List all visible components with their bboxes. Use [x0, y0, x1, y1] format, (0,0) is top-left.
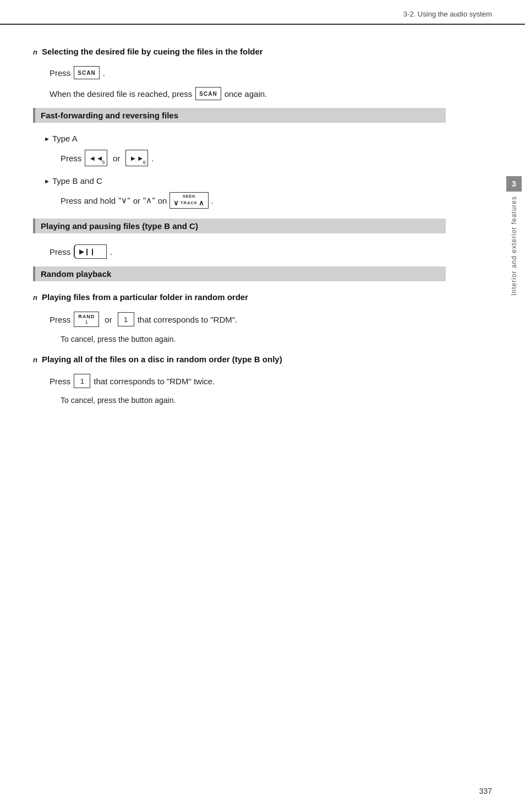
press-text-2: When the desired file is reached, press: [50, 89, 192, 99]
section4-sub2-bullet: n: [33, 356, 37, 364]
seek-track-label: TRACK: [181, 200, 198, 205]
play-icon: ▶❙❙: [79, 248, 95, 255]
scan-button-2[interactable]: SCAN: [195, 87, 221, 100]
section3-press-text: Press: [50, 247, 70, 257]
type-bc-content: Press and hold "∨" or "∧" on SEEK ∨ TRAC…: [61, 192, 446, 209]
section4-sub1-heading: n Playing files from a particular folder…: [33, 292, 446, 302]
seek-down-arrow: ∨: [173, 199, 179, 207]
num1-button-sub2[interactable]: 1: [74, 374, 90, 388]
period-1: .: [103, 68, 105, 78]
section4-sub2-cancel: To cancel, press the button again.: [61, 396, 446, 405]
section1-press2: When the desired file is reached, press …: [50, 87, 446, 100]
scan-button-1[interactable]: SCAN: [74, 66, 99, 79]
main-content: n Selecting the desired file by cueing t…: [0, 25, 479, 438]
quote2: "∧": [143, 195, 155, 205]
rand-button[interactable]: RAND 1: [74, 312, 99, 327]
section3-press: Press ▶❙❙ .: [50, 244, 446, 259]
rewind-arrow: ◄◄: [89, 154, 103, 162]
section1-press1: Press SCAN .: [50, 66, 446, 79]
sub2-suffix: that corresponds to "RDM" twice.: [94, 377, 215, 386]
seek-top-label: SEEK: [183, 194, 196, 199]
seek-track-button[interactable]: SEEK ∨ TRACK ∧: [169, 192, 208, 209]
period-type-a: .: [151, 154, 154, 163]
type-a-press-text: Press: [61, 154, 81, 163]
forward-button[interactable]: ►► 6: [125, 150, 148, 166]
sub1-press-text: Press: [50, 315, 70, 324]
type-bc-press: Press and hold "∨" or "∧" on SEEK ∨ TRAC…: [61, 192, 446, 209]
type-a-label: ► Type A: [44, 134, 446, 143]
sub1-suffix: that corresponds to "RDM".: [138, 315, 238, 324]
type-a-text: Type A: [52, 134, 78, 143]
sub2-press-text: Press: [50, 377, 70, 386]
section2-bar: Fast-forwarding and reversing files: [33, 108, 446, 123]
quote1: "∨": [118, 195, 130, 205]
section4-sub2-press: Press 1 that corresponds to "RDM" twice.: [50, 374, 446, 388]
rewind-num: 5: [102, 160, 106, 165]
num1-button-sub1[interactable]: 1: [118, 312, 134, 326]
section4-sub1-title: Playing files from a particular folder i…: [42, 292, 248, 302]
rewind-button[interactable]: ◄◄ 5: [85, 150, 107, 166]
section1-title: Selecting the desired file by cueing the…: [42, 47, 263, 56]
section4-bar: Random playback: [33, 266, 446, 281]
period-section3: .: [110, 247, 112, 257]
rand-label: RAND: [78, 314, 95, 319]
play-pause-button[interactable]: ▶❙❙: [74, 244, 107, 259]
or-text-bc: or: [133, 196, 140, 205]
on-text: on: [158, 196, 167, 205]
sidebar-number: 3: [506, 176, 522, 192]
section4-sub2-title: Playing all of the files on a disc in ra…: [42, 355, 282, 364]
section4-sub1-bullet: n: [33, 293, 37, 302]
sidebar: 3 Interior and exterior features: [503, 176, 525, 296]
rand-num: 1: [85, 319, 89, 325]
triangle-icon-a: ►: [44, 135, 50, 142]
seek-up-arrow: ∧: [199, 199, 205, 207]
section4-sub1-cancel: To cancel, press the button again.: [61, 335, 446, 344]
type-a-content: Press ◄◄ 5 or ►► 6 .: [61, 150, 446, 166]
type-bc-label: ► Type B and C: [44, 176, 446, 186]
forward-arrow: ►►: [129, 154, 144, 162]
period-type-bc: .: [211, 196, 214, 205]
page-number: 337: [479, 787, 492, 795]
section1-bullet: n: [33, 48, 37, 56]
forward-num: 6: [143, 160, 146, 165]
press-text-1: Press: [50, 68, 70, 78]
press-text-2-suffix: once again.: [225, 89, 267, 99]
section4-sub2-heading: n Playing all of the files on a disc in …: [33, 355, 446, 364]
type-bc-text: Type B and C: [52, 176, 102, 186]
or-text-a: or: [113, 154, 120, 163]
or-text-sub1: or: [105, 315, 112, 324]
page-header: 3-2. Using the audio system: [0, 0, 525, 25]
section4-sub1-press: Press RAND 1 or 1 that corresponds to "R…: [50, 312, 446, 327]
sidebar-label: Interior and exterior features: [510, 196, 518, 296]
type-a-press: Press ◄◄ 5 or ►► 6 .: [61, 150, 446, 166]
section1-heading: n Selecting the desired file by cueing t…: [33, 47, 446, 56]
type-bc-press-text: Press and hold: [61, 196, 116, 205]
section3-bar: Playing and pausing files (type B and C): [33, 219, 446, 233]
triangle-icon-bc: ►: [44, 178, 50, 184]
seek-track-inner: ∨ TRACK ∧: [173, 199, 204, 207]
